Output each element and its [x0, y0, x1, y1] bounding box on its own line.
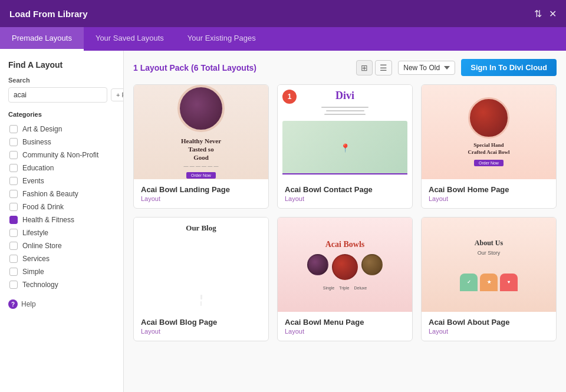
help-row[interactable]: ? Help [8, 299, 115, 309]
help-icon: ? [8, 299, 18, 309]
category-checkbox-education[interactable] [9, 164, 18, 172]
sign-in-button[interactable]: Sign In To Divi Cloud [461, 59, 557, 76]
category-checkbox-fashion[interactable] [9, 190, 18, 198]
sidebar: Find A Layout Search + Filter Categories… [0, 51, 124, 392]
sidebar-title: Find A Layout [8, 60, 115, 70]
layout-card-menu[interactable]: Acai Bowls Single Triple Deluxe [277, 217, 413, 341]
card-name-menu: Acai Bowl Menu Page [285, 318, 405, 327]
category-list: Art & Design Business Community & Non-Pr… [8, 123, 115, 291]
categories-title: Categories [8, 111, 115, 118]
card-info-landing: Acai Bowl Landing Page Layout [134, 179, 268, 208]
category-checkbox-health[interactable] [9, 216, 18, 224]
category-checkbox-simple[interactable] [9, 268, 18, 276]
category-item-events[interactable]: Events [8, 174, 115, 187]
map-pin-icon: 📍 [340, 143, 350, 153]
card-type-about: Layout [429, 328, 549, 335]
grid-view-button[interactable]: ⊞ [356, 60, 373, 75]
category-checkbox-lifestyle[interactable] [9, 229, 18, 237]
card-info-about: Acai Bowl About Page Layout [422, 312, 556, 341]
card-name-contact: Acai Bowl Contact Page [285, 185, 405, 194]
category-item-services[interactable]: Services [8, 252, 115, 265]
category-item-lifestyle[interactable]: Lifestyle [8, 226, 115, 239]
card-info-home: Acai Bowl Home Page Layout [422, 179, 556, 208]
toolbar: 1 Layout Pack (6 Total Layouts) ⊞ ☰ New … [133, 59, 557, 76]
filter-button[interactable]: + Filter [111, 88, 124, 101]
category-item-technology[interactable]: Technology [8, 278, 115, 291]
category-checkbox-technology[interactable] [9, 281, 18, 289]
layout-card-contact[interactable]: 1 Divi 📍 Ac [277, 84, 413, 209]
category-item-business[interactable]: Business [8, 136, 115, 149]
card-name-home: Acai Bowl Home Page [429, 185, 549, 194]
close-icon[interactable]: ✕ [549, 8, 557, 19]
card-name-landing: Acai Bowl Landing Page [141, 185, 261, 194]
content-area: 1 Layout Pack (6 Total Layouts) ⊞ ☰ New … [124, 51, 566, 392]
card-type-blog: Layout [141, 328, 261, 335]
nav-tabs: Premade Layouts Your Saved Layouts Your … [0, 27, 566, 51]
category-item-food[interactable]: Food & Drink [8, 200, 115, 213]
category-checkbox-community[interactable] [9, 151, 18, 159]
card-thumbnail-about: About Us Our Story ✓ ★ ♥ [422, 218, 556, 312]
category-checkbox-services[interactable] [9, 255, 18, 263]
category-checkbox-online-store[interactable] [9, 242, 18, 250]
category-item-health[interactable]: Health & Fitness [8, 213, 115, 226]
layout-card-blog[interactable]: Our Blog [133, 217, 269, 341]
card-thumbnail-home: Special HandCrafted Acai Bowl Order Now [422, 85, 556, 179]
card-type-menu: Layout [285, 328, 405, 335]
card-name-blog: Acai Bowl Blog Page [141, 318, 261, 327]
card-name-about: Acai Bowl About Page [429, 318, 549, 327]
card-type-home: Layout [429, 195, 549, 202]
main-content: Find A Layout Search + Filter Categories… [0, 51, 566, 392]
search-row: + Filter [8, 87, 115, 103]
search-input[interactable] [8, 87, 107, 103]
layout-count: 1 Layout Pack (6 Total Layouts) [133, 63, 256, 73]
card-thumbnail-landing: Healthy NeverTasted soGood — — — — — — O… [134, 85, 268, 179]
category-item-online-store[interactable]: Online Store [8, 239, 115, 252]
card-type-contact: Layout [285, 195, 405, 202]
layout-badge-contact: 1 [282, 90, 297, 104]
header-actions: ⇅ ✕ [534, 8, 557, 19]
category-checkbox-art[interactable] [9, 125, 18, 133]
tab-premade[interactable]: Premade Layouts [0, 27, 84, 51]
card-info-menu: Acai Bowl Menu Page Layout [278, 312, 412, 341]
card-thumbnail-menu: Acai Bowls Single Triple Deluxe [278, 218, 412, 312]
card-thumbnail-contact: 1 Divi 📍 [278, 85, 412, 179]
card-type-landing: Layout [141, 195, 261, 202]
layout-card-landing[interactable]: Healthy NeverTasted soGood — — — — — — O… [133, 84, 269, 209]
layout-card-about[interactable]: About Us Our Story ✓ ★ ♥ [421, 217, 557, 341]
category-item-community[interactable]: Community & Non-Profit [8, 149, 115, 162]
category-checkbox-business[interactable] [9, 138, 18, 146]
toolbar-right: ⊞ ☰ New To Old Old To New A to Z Z to A … [356, 59, 557, 76]
category-item-education[interactable]: Education [8, 162, 115, 174]
view-toggle: ⊞ ☰ [356, 60, 392, 75]
tab-existing-pages[interactable]: Your Existing Pages [176, 27, 268, 51]
card-thumbnail-blog: Our Blog [134, 218, 268, 312]
category-item-simple[interactable]: Simple [8, 265, 115, 278]
sort-icon[interactable]: ⇅ [534, 8, 542, 19]
list-view-button[interactable]: ☰ [375, 60, 392, 75]
category-item-fashion[interactable]: Fashion & Beauty [8, 187, 115, 200]
modal-header: Load From Library ⇅ ✕ [0, 0, 566, 27]
help-label: Help [21, 300, 36, 308]
tab-saved-layouts[interactable]: Your Saved Layouts [84, 27, 176, 51]
category-checkbox-events[interactable] [9, 177, 18, 185]
layout-card-home[interactable]: Special HandCrafted Acai Bowl Order Now … [421, 84, 557, 209]
header-title: Load From Library [9, 9, 88, 19]
category-checkbox-food[interactable] [9, 203, 18, 211]
search-label: Search [8, 77, 115, 84]
layout-grid: Healthy NeverTasted soGood — — — — — — O… [133, 84, 557, 341]
sort-select[interactable]: New To Old Old To New A to Z Z to A [398, 61, 455, 75]
card-info-blog: Acai Bowl Blog Page Layout [134, 312, 268, 341]
category-item-art[interactable]: Art & Design [8, 123, 115, 136]
card-info-contact: Acai Bowl Contact Page Layout [278, 179, 412, 208]
